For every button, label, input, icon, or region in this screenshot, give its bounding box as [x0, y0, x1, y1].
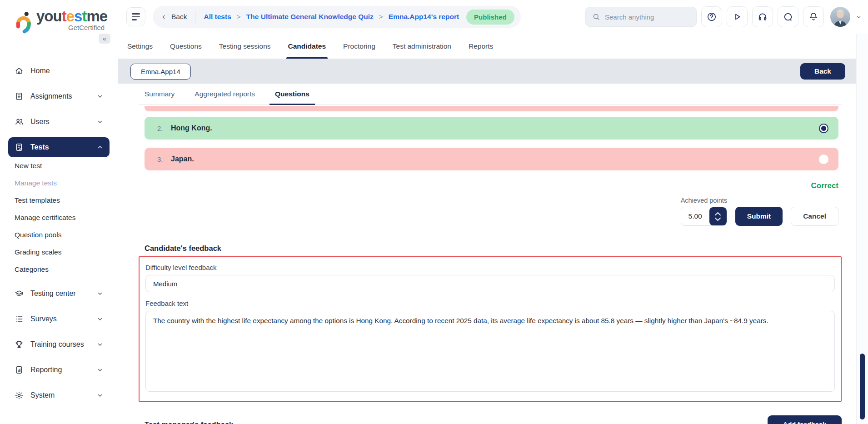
top-header: Back All tests > The Ultimate General Kn… [118, 0, 868, 34]
chevron-down-icon [97, 119, 103, 125]
grading-controls: Achieved points Submit Cancel [145, 197, 838, 226]
help-button[interactable] [701, 6, 722, 27]
feedback-text-label: Feedback text [145, 299, 835, 307]
youtestme-logo-icon [13, 11, 33, 35]
sidebar-item-tests[interactable]: Tests [8, 137, 110, 157]
tab-reports[interactable]: Reports [469, 34, 493, 59]
play-icon [732, 11, 743, 22]
search-input[interactable] [605, 13, 682, 21]
breadcrumb: Back All tests > The Ultimate General Kn… [153, 6, 521, 28]
tab-proctoring[interactable]: Proctoring [343, 34, 375, 59]
sidebar-subitem-manage-tests[interactable]: Manage tests [8, 175, 110, 192]
brand-wordmark: youtestme [36, 8, 107, 25]
subtab-questions[interactable]: Questions [275, 84, 309, 104]
report-chart-icon [15, 365, 24, 374]
sidebar-subitem-question-pools[interactable]: Question pools [8, 226, 110, 244]
feedback-textarea[interactable]: The country with the highest life expect… [145, 311, 835, 392]
sidebar-item-testing-center[interactable]: Testing center [8, 284, 110, 304]
bell-icon [808, 11, 819, 22]
manager-feedback-row: Test manager's feedback Add feedback [145, 415, 842, 424]
notifications-button[interactable] [803, 6, 824, 27]
points-spin-buttons[interactable] [709, 207, 727, 225]
headphones-icon [757, 11, 768, 22]
sidebar-subitem-manage-certificates[interactable]: Manage certificates [8, 209, 110, 226]
sidebar-item-surveys[interactable]: Surveys [8, 309, 110, 329]
tab-candidates[interactable]: Candidates [288, 34, 326, 59]
sidebar-subitem-new-test[interactable]: New test [8, 157, 110, 175]
answer-text: Hong Kong. [171, 124, 819, 132]
tab-settings[interactable]: Settings [127, 34, 153, 59]
answer-text: Japan. [171, 155, 819, 163]
add-feedback-button[interactable]: Add feedback [768, 415, 842, 424]
subtab-aggregated-reports[interactable]: Aggregated reports [195, 84, 255, 104]
candidate-feedback-title: Candidate's feedback [145, 244, 842, 253]
points-stepper [681, 207, 727, 226]
candidate-chip[interactable]: Emna.App14 [130, 64, 191, 80]
sidebar-item-assignments[interactable]: Assignments [8, 86, 110, 106]
brand-logo: youtestme GetCertified « [0, 0, 118, 49]
achieved-points-label: Achieved points [681, 197, 838, 204]
radio-selected[interactable] [819, 124, 828, 133]
breadcrumb-quiz[interactable]: The Ultimate General Knowledge Quiz [246, 13, 374, 21]
sidebar-subitem-categories[interactable]: Categories [8, 261, 110, 278]
tour-play-button[interactable] [727, 6, 748, 27]
user-avatar[interactable] [830, 7, 850, 27]
breadcrumb-all-tests[interactable]: All tests [204, 13, 231, 21]
test-tabbar: Settings Questions Testing sessions Cand… [118, 34, 868, 59]
chevron-down-icon [97, 341, 103, 348]
sidebar: youtestme GetCertified « Home Assignment… [0, 0, 118, 424]
answer-number: 2. [157, 125, 171, 132]
sidebar-subitem-test-templates[interactable]: Test templates [8, 192, 110, 209]
submit-button[interactable]: Submit [735, 207, 783, 226]
cancel-button[interactable]: Cancel [791, 207, 838, 226]
brand-tagline: GetCertified [36, 24, 105, 31]
chevron-down-icon [714, 217, 721, 221]
chat-bubble-icon [783, 11, 793, 22]
graduation-cap-icon [15, 289, 24, 298]
sidebar-subitem-grading-scales[interactable]: Grading scales [8, 244, 110, 261]
list-icon [15, 314, 24, 324]
answer-row[interactable]: 3. Japan. [145, 148, 838, 170]
answer-row[interactable]: 2. Hong Kong. [145, 117, 838, 140]
tab-test-administration[interactable]: Test administration [393, 34, 451, 59]
tab-testing-sessions[interactable]: Testing sessions [219, 34, 271, 59]
sidebar-item-users[interactable]: Users [8, 112, 110, 132]
chevron-down-icon [97, 290, 103, 297]
answer-number: 3. [157, 155, 171, 163]
sidebar-item-system[interactable]: System [8, 385, 110, 405]
chevron-left-icon [161, 14, 167, 20]
breadcrumb-separator: > [379, 13, 383, 21]
radio-unselected[interactable] [819, 155, 828, 164]
sidebar-collapse-button[interactable]: « [99, 34, 110, 44]
difficulty-feedback-input[interactable] [145, 275, 835, 292]
users-icon [15, 117, 24, 126]
breadcrumb-report[interactable]: Emna.App14's report [389, 13, 459, 21]
chevron-down-icon [97, 93, 103, 100]
header-back-link[interactable]: Back [161, 13, 187, 21]
points-input[interactable] [681, 207, 709, 225]
support-headset-button[interactable] [752, 6, 773, 27]
report-subtabs: Summary Aggregated reports Questions [139, 84, 842, 105]
answer-row-partial [145, 106, 838, 111]
manager-feedback-title: Test manager's feedback [145, 420, 233, 424]
subtab-summary[interactable]: Summary [145, 84, 175, 104]
status-badge: Published [466, 10, 514, 25]
chevron-up-icon [97, 144, 103, 150]
chat-button[interactable] [778, 6, 798, 27]
report-content: Summary Aggregated reports Questions 2. … [118, 84, 856, 424]
sidebar-item-training-courses[interactable]: Training courses [8, 334, 110, 354]
sidebar-menu: Home Assignments Users Tests New test Ma… [0, 49, 118, 405]
scrollbar-thumb[interactable] [860, 354, 865, 419]
back-button[interactable]: Back [800, 63, 845, 80]
sidebar-item-reporting[interactable]: Reporting [8, 360, 110, 380]
profile-chevron-down-icon[interactable] [856, 14, 862, 20]
scrollbar-track[interactable] [856, 34, 868, 424]
candidate-feedback-box: Difficulty level feedback Feedback text … [139, 256, 842, 402]
candidate-toolbar: Emna.App14 Back [118, 59, 856, 84]
tab-questions[interactable]: Questions [170, 34, 202, 59]
breadcrumb-separator: > [237, 13, 241, 21]
sidebar-item-home[interactable]: Home [8, 61, 110, 81]
collapse-icon: « [103, 35, 106, 42]
result-status-label: Correct [811, 181, 838, 190]
hamburger-menu-icon[interactable] [126, 7, 145, 26]
